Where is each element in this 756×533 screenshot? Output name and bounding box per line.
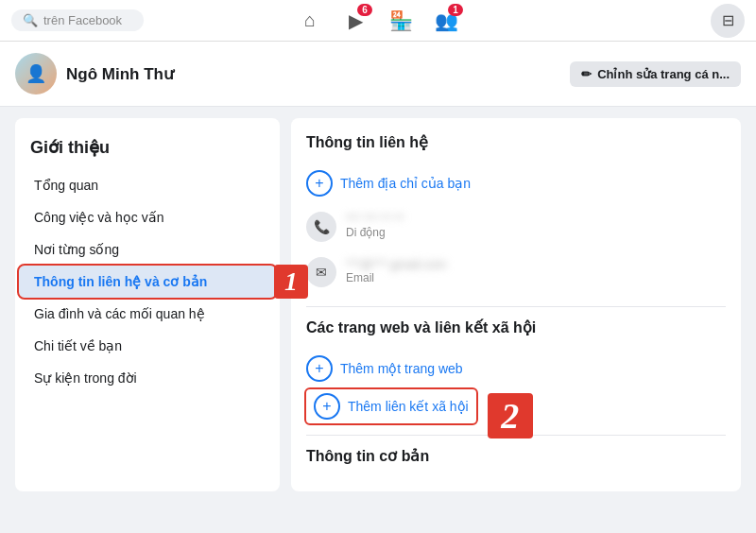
friends-badge: 1 xyxy=(448,4,463,16)
email-contact-item: ✉ ***@***.gmail.com Email xyxy=(306,249,726,295)
home-nav-button[interactable]: ⌂ xyxy=(289,0,331,42)
web-section-title: Các trang web và liên kết xã hội xyxy=(306,318,726,336)
sidebar-item-cong-viec[interactable]: Công việc và học vấn xyxy=(19,201,276,233)
add-address-label: Thêm địa chỉ của bạn xyxy=(340,176,471,191)
pencil-icon: ✏ xyxy=(581,67,592,81)
phone-label: Di động xyxy=(346,226,404,239)
add-social-wrapper: + Thêm liên kết xã hội 2 xyxy=(306,389,476,423)
add-social-button[interactable]: + Thêm liên kết xã hội xyxy=(306,389,476,423)
sidebar-item-gia-dinh[interactable]: Gia đình và các mối quan hệ xyxy=(19,298,276,330)
add-address-icon: + xyxy=(306,170,333,197)
right-content: Thông tin liên hệ + Thêm địa chỉ của bạn… xyxy=(291,118,741,491)
add-web-button[interactable]: + Thêm một trang web xyxy=(306,348,726,389)
email-value: ***@***.gmail.com xyxy=(346,257,446,271)
top-navigation: 🔍 trên Facebook ⌂ ▶ 6 🏪 👥 1 ⊟ xyxy=(0,0,756,42)
friends-nav-button[interactable]: 👥 1 xyxy=(425,0,467,42)
sidebar-item-wrapper-active: Thông tin liên hệ và cơ bản 1 xyxy=(15,266,280,298)
sidebar-title: Giới thiệu xyxy=(15,129,280,169)
phone-icon: 📞 xyxy=(306,212,336,242)
phone-value: *** *** ** ** xyxy=(346,212,404,226)
add-social-label: Thêm liên kết xã hội xyxy=(348,399,469,414)
nav-right-area: ⊟ xyxy=(711,4,745,38)
email-label: Email xyxy=(346,271,446,284)
home-icon: ⌂ xyxy=(304,9,316,31)
divider-1 xyxy=(306,306,726,307)
nav-right-icon[interactable]: ⊟ xyxy=(711,4,745,38)
add-address-button[interactable]: + Thêm địa chỉ của bạn xyxy=(306,163,726,204)
email-text: ***@***.gmail.com Email xyxy=(346,257,446,284)
edit-profile-button[interactable]: ✏ Chỉnh sửa trang cá n... xyxy=(570,61,741,87)
add-web-label: Thêm một trang web xyxy=(340,361,463,376)
add-social-icon: + xyxy=(314,393,340,420)
phone-text: *** *** ** ** Di động xyxy=(346,212,404,239)
sidebar-item-tong-quan[interactable]: Tổng quan xyxy=(19,169,276,201)
sidebar-item-thong-tin[interactable]: Thông tin liên hệ và cơ bản xyxy=(19,266,276,298)
add-web-icon: + xyxy=(306,355,333,382)
grid-icon: ⊟ xyxy=(722,11,734,29)
video-badge: 6 xyxy=(357,4,372,16)
sidebar: Giới thiệu Tổng quan Công việc và học vấ… xyxy=(15,118,280,491)
profile-name: Ngô Minh Thư xyxy=(66,64,174,84)
avatar-icon: 👤 xyxy=(26,63,46,84)
search-placeholder: trên Facebook xyxy=(43,13,122,27)
store-nav-button[interactable]: 🏪 xyxy=(380,0,421,42)
sidebar-item-su-kien[interactable]: Sự kiện trong đời xyxy=(19,362,276,394)
search-icon: 🔍 xyxy=(23,13,38,27)
phone-contact-item: 📞 *** *** ** ** Di động xyxy=(306,204,726,249)
video-nav-button[interactable]: ▶ 6 xyxy=(335,0,376,42)
email-icon: ✉ xyxy=(306,257,336,287)
basic-section-title: Thông tin cơ bản xyxy=(306,447,726,465)
annotation-number-2: 2 xyxy=(488,393,533,438)
annotation-number-1: 1 xyxy=(274,265,308,299)
profile-header: 👤 Ngô Minh Thư ✏ Chỉnh sửa trang cá n... xyxy=(0,42,756,107)
avatar: 👤 xyxy=(15,53,57,95)
sidebar-item-noi-song[interactable]: Nơi từng sống xyxy=(19,233,276,266)
search-bar[interactable]: 🔍 trên Facebook xyxy=(11,9,144,31)
nav-center-icons: ⌂ ▶ 6 🏪 👥 1 xyxy=(289,0,467,42)
store-icon: 🏪 xyxy=(389,9,413,32)
main-content: Giới thiệu Tổng quan Công việc và học vấ… xyxy=(0,107,756,503)
edit-button-label: Chỉnh sửa trang cá n... xyxy=(597,67,730,81)
sidebar-item-chi-tiet[interactable]: Chi tiết về bạn xyxy=(19,330,276,362)
profile-info: 👤 Ngô Minh Thư xyxy=(15,53,174,95)
contact-section-title: Thông tin liên hệ xyxy=(306,133,726,151)
